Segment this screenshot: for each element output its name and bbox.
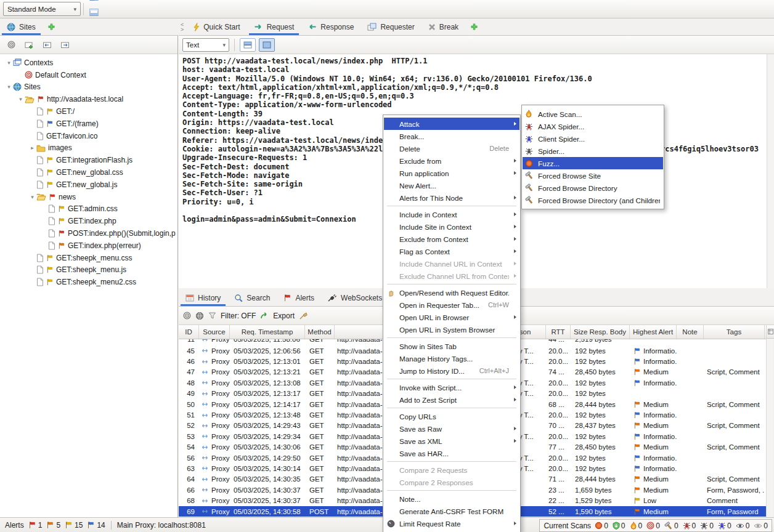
tree-node-news[interactable]: ▾news (0, 191, 177, 203)
tree-node-images[interactable]: ▸images (0, 142, 177, 155)
tree-node-get-integrationflash-js[interactable]: GET:integrationFlash.js (0, 154, 177, 166)
menu-item-open-in-requester-tab[interactable]: Open in Requester Tab...Ctrl+W (384, 299, 519, 311)
menu-item-invoke-with-script[interactable]: Invoke with Script... (384, 381, 519, 393)
menu-item-compare-2-requests[interactable]: Compare 2 Requests (384, 464, 519, 476)
menu-item-manage-history-tags[interactable]: Manage History Tags... (384, 352, 519, 365)
column-header-size-resp-body[interactable]: Size Resp. Body (571, 325, 630, 339)
tab-sites[interactable]: Sites (0, 18, 43, 35)
scan-counter-spider-red[interactable]: 0 (683, 522, 696, 530)
scan-counter-spider-blue[interactable]: 0 (718, 522, 731, 530)
new-context-icon[interactable] (22, 37, 37, 52)
tree-node-get-frame[interactable]: GET:/(frame) (0, 118, 177, 130)
menu-item-save-as-xml[interactable]: Save as XML (384, 435, 519, 447)
tree-node-get-sheepk-menu-css[interactable]: GET:sheepk_menu.css (0, 252, 177, 264)
column-header-method[interactable]: Method (305, 325, 335, 339)
tree-node-get-index-php[interactable]: GET:index.php (0, 215, 177, 227)
menu-item-generate-anti-csrf-test-form[interactable]: Generate Anti-CSRF Test FORM (384, 505, 519, 517)
tree-node-get-index-php-erreur[interactable]: GET:index.php(erreur) (0, 240, 177, 252)
tree-node-sites[interactable]: ▾Sites (0, 81, 177, 94)
column-header-id[interactable]: ID (179, 325, 199, 339)
expander-icon[interactable]: ▸ (28, 145, 36, 151)
menu-item-exclude-channel-url-from-context[interactable]: Exclude Channel URL from Context (384, 270, 519, 282)
tree-node-http-vaadata-test-local[interactable]: ▾http://vaadata-test.local (0, 93, 177, 105)
column-header-note[interactable]: Note (677, 325, 704, 339)
scan-counter-fuzz[interactable]: 0 (595, 522, 608, 530)
tree-node-get[interactable]: GET:/ (0, 105, 177, 118)
submenu-item-active-scan[interactable]: Active Scan... (523, 108, 663, 120)
menu-item-open-url-in-browser[interactable]: Open URL in Browser (384, 311, 519, 323)
menu-item-flag-as-context[interactable]: Flag as Context (384, 245, 519, 257)
tree-node-get-favicon-ico[interactable]: GET:favicon.ico (0, 130, 177, 142)
globe-toggle-icon[interactable] (195, 312, 204, 320)
alert-flag-count[interactable]: 14 (87, 521, 105, 530)
request-scrollbar[interactable] (767, 54, 774, 288)
menu-item-save-as-raw[interactable]: Save as Raw (384, 422, 519, 435)
submenu-item-fuzz[interactable]: Fuzz... (523, 157, 663, 169)
menu-item-exclude-from-context[interactable]: Exclude from Context (384, 233, 519, 245)
scan-counter-hammer[interactable]: 0 (664, 522, 678, 530)
tree-node-contexts[interactable]: ▾Contexts (0, 57, 177, 69)
alert-flag-count[interactable]: 1 (28, 521, 43, 530)
menu-item-include-channel-url-in-context[interactable]: Include Channel URL in Context (384, 257, 519, 270)
tab-quick-start[interactable]: Quick Start (185, 18, 246, 35)
submenu-item-forced-browse-site[interactable]: Forced Browse Site (523, 169, 663, 182)
scan-counter-flame[interactable]: 0 (630, 522, 643, 530)
menu-item-open-resend-with-request-editor[interactable]: Open/Resend with Request Editor... (384, 286, 519, 299)
menu-item-add-to-zest-script[interactable]: Add to Zest Script (384, 393, 519, 406)
export-icon[interactable] (260, 312, 269, 320)
submenu-item-ajax-spider[interactable]: AJAX Spider... (523, 120, 663, 132)
scan-counter-spider-gray[interactable]: 0 (700, 522, 714, 530)
menu-item-show-in-sites-tab[interactable]: Show in Sites Tab (384, 340, 519, 352)
tab-response[interactable]: Response (301, 18, 361, 35)
history-scrollbar[interactable] (766, 339, 773, 517)
scope-target-icon[interactable] (183, 312, 191, 320)
menu-item-run-application[interactable]: Run application (384, 167, 519, 179)
column-header-tags[interactable]: Tags (704, 325, 765, 339)
tree-node-get-new-global-css[interactable]: GET:new_global.css (0, 166, 177, 179)
submenu-item-forced-browse-directory[interactable]: Forced Browse Directory (523, 182, 663, 194)
panel-collapse-chevrons[interactable]: <> (179, 18, 185, 35)
menu-item-attack[interactable]: Attack (384, 118, 519, 130)
tab-history[interactable]: History (179, 289, 227, 306)
tree-node-get-sheepk-menu2-css[interactable]: GET:sheepk_menu2.css (0, 276, 177, 288)
combined-view-button[interactable] (259, 38, 275, 52)
expander-icon[interactable]: ▾ (17, 96, 25, 102)
add-tab-button[interactable] (43, 18, 60, 35)
alert-flag-count[interactable]: 5 (46, 521, 60, 530)
column-header-req-timestamp[interactable]: Req. Timestamp (230, 325, 305, 339)
add-workspace-tab-button[interactable] (465, 18, 483, 35)
mode-select[interactable]: Standard Mode ▾ (3, 2, 81, 16)
menu-item-note[interactable]: Note... (384, 493, 519, 505)
menu-item-delete[interactable]: DeleteDelete (384, 142, 519, 155)
tab-request[interactable]: Request (247, 18, 301, 35)
scan-counter-eye-gray[interactable]: 0 (754, 522, 768, 530)
column-header-rtt[interactable]: RTT (546, 325, 571, 339)
menu-item-include-site-in-context[interactable]: Include Site in Context (384, 220, 519, 233)
split-view-button[interactable] (240, 38, 256, 52)
expander-icon[interactable]: ▾ (5, 60, 13, 66)
menu-item-break[interactable]: Break... (384, 130, 519, 142)
menu-item-copy-urls[interactable]: Copy URLs (384, 410, 519, 422)
scan-counter-target-red[interactable]: 0 (646, 522, 660, 530)
export-context-icon[interactable] (57, 37, 73, 52)
filter-funnel-icon[interactable] (208, 312, 216, 320)
menu-item-new-alert[interactable]: New Alert... (384, 179, 519, 191)
menu-item-save-as-har[interactable]: Save as HAR... (384, 447, 519, 459)
submenu-item-client-spider[interactable]: Client Spider... (523, 132, 663, 145)
request-view-select[interactable]: Text ▾ (182, 38, 229, 52)
tree-node-post-index-php-submit-login-p[interactable]: POST:index.php()(Submit,login,p (0, 227, 177, 240)
tree-node-default-context[interactable]: Default Context (0, 69, 177, 81)
tab-search[interactable]: Search (227, 289, 277, 306)
tab-requester[interactable]: Requester (361, 18, 421, 35)
submenu-item-forced-browse-directory-and-children[interactable]: Forced Browse Directory (and Children) (523, 194, 663, 206)
broom-clear-icon[interactable] (299, 312, 308, 320)
alert-flag-count[interactable]: 15 (65, 521, 83, 530)
menu-item-exclude-from[interactable]: Exclude from (384, 155, 519, 167)
scope-target-icon[interactable] (4, 37, 19, 52)
layout-rows-icon[interactable] (86, 5, 102, 20)
menu-item-compare-2-responses[interactable]: Compare 2 Responses (384, 476, 519, 488)
import-context-icon[interactable] (39, 37, 55, 52)
tab-websockets[interactable]: WebSockets (321, 289, 389, 306)
expander-icon[interactable]: ▾ (5, 84, 13, 90)
menu-item-jump-to-history-id[interactable]: Jump to History ID...Ctrl+Alt+J (384, 365, 519, 377)
